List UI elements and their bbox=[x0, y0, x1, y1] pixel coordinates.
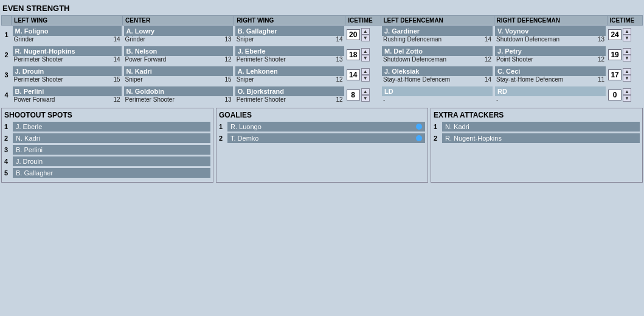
c-cell-1-name[interactable]: B. Nelson bbox=[124, 46, 233, 56]
shootout-item[interactable]: 2 N. Kadri bbox=[4, 133, 210, 143]
rw-cell-0: B. GallagherSniper14 bbox=[234, 26, 345, 44]
lw-cell-0-name[interactable]: M. Foligno bbox=[13, 26, 122, 36]
extra-panel: EXTRA ATTACKERS 1 N. Kadri2 R. Nugent-Ho… bbox=[431, 108, 643, 183]
icetime2-cell-0[interactable]: 24 ▲ ▼ bbox=[607, 26, 642, 44]
rd-cell-0-name[interactable]: V. Voynov bbox=[495, 26, 606, 36]
lw-cell-2-attr: Perimeter Shooter15 bbox=[13, 76, 122, 83]
icetime-spinner[interactable]: ▲ ▼ bbox=[361, 68, 370, 82]
icetime2-value: 24 bbox=[608, 29, 621, 40]
goalies-title: GOALIES bbox=[219, 111, 425, 119]
goalie-item[interactable]: 1 R. Luongo bbox=[219, 122, 425, 132]
icetime-cell-2[interactable]: 14 ▲ ▼ bbox=[345, 66, 381, 84]
c-cell-0-name[interactable]: A. Lowry bbox=[124, 26, 233, 36]
icetime-spinner[interactable]: ▲ ▼ bbox=[361, 88, 370, 102]
rw-cell-3-name[interactable]: O. Bjorkstrand bbox=[235, 86, 344, 96]
lw-cell-2-name[interactable]: J. Drouin bbox=[13, 66, 122, 76]
rw-cell-1-name[interactable]: J. Eberle bbox=[235, 46, 344, 56]
lw-cell-3: B. PerliniPower Forward12 bbox=[12, 86, 123, 104]
icetime2-down[interactable]: ▼ bbox=[623, 95, 631, 102]
rw-cell-0-name[interactable]: B. Gallagher bbox=[235, 26, 344, 36]
icetime2-down[interactable]: ▼ bbox=[623, 75, 631, 82]
icetime2-spinner[interactable]: ▲ ▼ bbox=[623, 68, 631, 82]
lw-cell-1-name[interactable]: R. Nugent-Hopkins bbox=[13, 46, 122, 56]
goalies-list: 1 R. Luongo 2 T. Demko bbox=[219, 122, 425, 143]
rd-cell-2-name[interactable]: C. Ceci bbox=[495, 66, 606, 76]
icetime2-value: 0 bbox=[608, 90, 621, 100]
icetime-down[interactable]: ▼ bbox=[361, 75, 370, 82]
ld-cell-0-attr: Rushing Defenceman14 bbox=[382, 36, 493, 43]
rw-cell-1-attr: Perimeter Shooter13 bbox=[235, 56, 344, 63]
ld-cell-2-name[interactable]: J. Oleksiak bbox=[382, 66, 493, 76]
icetime2-spinner[interactable]: ▲ ▼ bbox=[623, 48, 631, 61]
icetime-down[interactable]: ▼ bbox=[361, 95, 370, 102]
rw-cell-2-attr: Sniper12 bbox=[235, 76, 344, 83]
ld-cell-1-name[interactable]: M. Del Zotto bbox=[382, 46, 493, 56]
rd-cell-1-name[interactable]: J. Petry bbox=[495, 46, 606, 56]
shootout-player-name[interactable]: B. Perlini bbox=[13, 145, 210, 155]
c-cell-3-attr: Perimeter Shooter13 bbox=[124, 96, 233, 104]
ld-cell-0: J. GardinerRushing Defenceman14 bbox=[381, 26, 494, 44]
shootout-title: SHOOTOUT SPOTS bbox=[4, 111, 210, 119]
header-c: CENTER bbox=[123, 16, 234, 26]
icetime-down[interactable]: ▼ bbox=[361, 55, 370, 61]
line-number: 2 bbox=[2, 46, 12, 64]
icetime2-up[interactable]: ▲ bbox=[623, 88, 631, 95]
even-strength-section: EVEN STRENGTH LEFT WING CENTER RIGHT WIN… bbox=[0, 0, 644, 105]
goalie-player-name[interactable]: R. Luongo bbox=[227, 122, 425, 132]
c-cell-1-attr: Power Forward12 bbox=[124, 56, 233, 63]
lw-cell-3-name[interactable]: B. Perlini bbox=[13, 86, 122, 96]
extra-item[interactable]: 1 N. Kadri bbox=[434, 122, 640, 132]
rd-cell-3-name[interactable]: RD bbox=[495, 86, 606, 96]
icetime-spinner[interactable]: ▲ ▼ bbox=[361, 48, 370, 61]
icetime2-cell-1[interactable]: 19 ▲ ▼ bbox=[607, 46, 642, 64]
extra-player-name[interactable]: R. Nugent-Hopkins bbox=[442, 133, 640, 143]
shootout-item[interactable]: 4 J. Drouin bbox=[4, 156, 210, 166]
icetime2-up[interactable]: ▲ bbox=[623, 28, 631, 35]
shootout-player-name[interactable]: J. Eberle bbox=[13, 122, 210, 132]
c-cell-2: N. KadriSniper15 bbox=[123, 66, 234, 84]
icetime-up[interactable]: ▲ bbox=[361, 48, 370, 55]
shootout-player-name[interactable]: N. Kadri bbox=[13, 133, 210, 143]
icetime2-down[interactable]: ▼ bbox=[623, 55, 631, 61]
lineup-row: 3J. DrouinPerimeter Shooter15N. KadriSni… bbox=[2, 66, 643, 84]
icetime-up[interactable]: ▲ bbox=[361, 88, 370, 95]
icetime2-spinner[interactable]: ▲ ▼ bbox=[623, 88, 631, 102]
extra-list: 1 N. Kadri2 R. Nugent-Hopkins bbox=[434, 122, 640, 143]
goalie-player-name[interactable]: T. Demko bbox=[227, 133, 425, 143]
goalie-item[interactable]: 2 T. Demko bbox=[219, 133, 425, 143]
icetime-spinner[interactable]: ▲ ▼ bbox=[361, 28, 370, 41]
icetime-value: 18 bbox=[347, 49, 360, 60]
rd-cell-3-attr: - bbox=[495, 96, 606, 104]
shootout-list: 1 J. Eberle2 N. Kadri3 B. Perlini4 J. Dr… bbox=[4, 122, 210, 178]
icetime2-down[interactable]: ▼ bbox=[623, 35, 631, 41]
header-row: LEFT WING CENTER RIGHT WING ICETIME LEFT… bbox=[2, 16, 643, 26]
extra-player-name[interactable]: N. Kadri bbox=[442, 122, 640, 132]
icetime2-up[interactable]: ▲ bbox=[623, 48, 631, 55]
icetime-cell-0[interactable]: 20 ▲ ▼ bbox=[345, 26, 381, 44]
shootout-player-name[interactable]: B. Gallagher bbox=[13, 168, 210, 178]
ld-cell-3-name[interactable]: LD bbox=[382, 86, 493, 96]
rw-cell-3: O. BjorkstrandPerimeter Shooter12 bbox=[234, 86, 345, 104]
icetime-cell-1[interactable]: 18 ▲ ▼ bbox=[345, 46, 381, 64]
icetime-down[interactable]: ▼ bbox=[361, 35, 370, 41]
icetime-cell-3[interactable]: 8 ▲ ▼ bbox=[345, 86, 381, 104]
icetime2-up[interactable]: ▲ bbox=[623, 68, 631, 75]
icetime2-spinner[interactable]: ▲ ▼ bbox=[623, 28, 631, 41]
goalie-num: 1 bbox=[219, 123, 227, 130]
c-cell-2-name[interactable]: N. Kadri bbox=[124, 66, 233, 76]
extra-item[interactable]: 2 R. Nugent-Hopkins bbox=[434, 133, 640, 143]
rw-cell-2-name[interactable]: A. Lehkonen bbox=[235, 66, 344, 76]
icetime2-cell-3[interactable]: 0 ▲ ▼ bbox=[607, 86, 642, 104]
shootout-player-name[interactable]: J. Drouin bbox=[13, 156, 210, 166]
lw-cell-1: R. Nugent-HopkinsPerimeter Shooter14 bbox=[12, 46, 123, 64]
c-cell-0-attr: Grinder13 bbox=[124, 36, 233, 43]
shootout-item[interactable]: 1 J. Eberle bbox=[4, 122, 210, 132]
header-num bbox=[2, 16, 12, 26]
icetime2-cell-2[interactable]: 17 ▲ ▼ bbox=[607, 66, 642, 84]
icetime-up[interactable]: ▲ bbox=[361, 28, 370, 35]
icetime-up[interactable]: ▲ bbox=[361, 68, 370, 75]
ld-cell-0-name[interactable]: J. Gardiner bbox=[382, 26, 493, 36]
shootout-item[interactable]: 3 B. Perlini bbox=[4, 145, 210, 155]
c-cell-3-name[interactable]: N. Goldobin bbox=[124, 86, 233, 96]
shootout-item[interactable]: 5 B. Gallagher bbox=[4, 168, 210, 178]
